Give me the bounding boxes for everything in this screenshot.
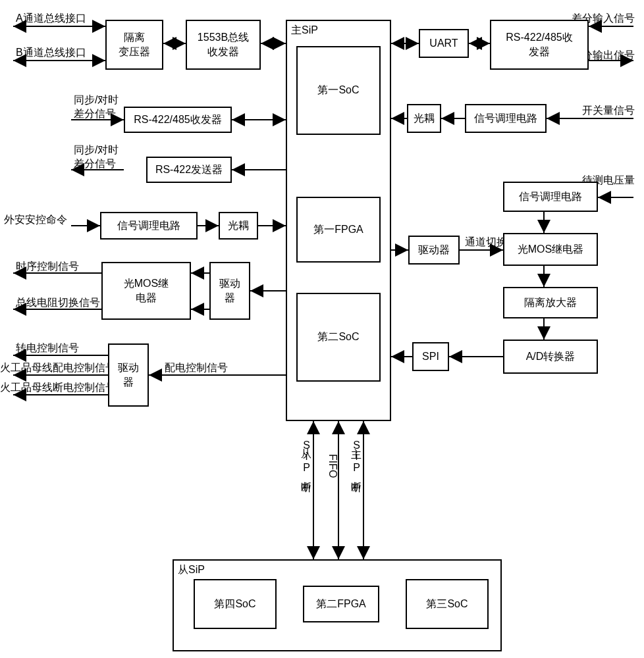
label-switch-sig: 开关量信号 — [582, 104, 635, 118]
block-iso-amp: 隔离放大器 — [503, 287, 598, 318]
block-uart: UART — [419, 29, 469, 58]
block-fpga2: 第二FPGA — [303, 586, 379, 622]
block-sig-cond-left: 信号调理电路 — [100, 212, 198, 240]
block-opto-left: 光耦 — [219, 212, 258, 240]
label-bus-res: 总线电阻切换信号 — [16, 296, 100, 310]
label-main-sip-int: 主SiP中断 — [349, 440, 363, 473]
block-driver-left2: 驱动 器 — [108, 343, 149, 407]
block-driver-right: 驱动器 — [408, 236, 460, 265]
sub-sip-title: 从SiP — [178, 563, 205, 577]
block-opto-right: 光耦 — [407, 104, 441, 133]
block-iso-transformer: 隔离 变压器 — [105, 20, 163, 70]
block-driver-left1: 驱动 器 — [209, 262, 250, 320]
label-power-ctrl-internal: 配电控制信号 — [165, 361, 228, 375]
block-rs422485-right: RS-422/485收 发器 — [490, 20, 589, 70]
block-soc4: 第四SoC — [194, 579, 277, 629]
label-a-channel: A通道总线接口 — [16, 12, 86, 26]
block-soc3: 第三SoC — [406, 579, 489, 629]
label-pyro-off: 火工品母线断电控制信号 — [0, 381, 116, 395]
main-sip-title: 主SiP — [291, 24, 318, 38]
block-adc: A/D转换器 — [503, 340, 598, 374]
block-soc2: 第二SoC — [296, 293, 381, 382]
block-1553b: 1553B总线 收发器 — [186, 20, 261, 70]
label-pyro-on: 火工品母线配电控制信号 — [0, 361, 116, 375]
label-sync-diff-1: 同步/对时 差分信号 — [74, 93, 119, 121]
label-power-switch: 转电控制信号 — [16, 342, 79, 355]
block-optomos-right: 光MOS继电器 — [503, 233, 598, 266]
label-sub-sip-int: 从SiP中断 — [299, 440, 313, 473]
label-timing-ctrl: 时序控制信号 — [16, 260, 79, 274]
block-optomos-left: 光MOS继 电器 — [101, 262, 191, 320]
block-fpga1: 第一FPGA — [296, 197, 381, 263]
block-sig-cond-right2: 信号调理电路 — [503, 182, 598, 212]
label-fifo: FIFO — [327, 454, 338, 478]
block-rs422485-left: RS-422/485收发器 — [124, 107, 232, 133]
block-rs422-tx: RS-422发送器 — [146, 157, 232, 183]
label-b-channel: B通道总线接口 — [16, 46, 86, 60]
label-channel-switch: 通道切换 — [465, 236, 507, 249]
block-soc1: 第一SoC — [296, 46, 381, 135]
block-spi: SPI — [412, 342, 449, 371]
label-ext-safety: 外安安控命令 — [4, 213, 67, 227]
block-sig-cond-right1: 信号调理电路 — [465, 104, 547, 133]
label-sync-diff-2: 同步/对时 差分信号 — [74, 143, 119, 171]
